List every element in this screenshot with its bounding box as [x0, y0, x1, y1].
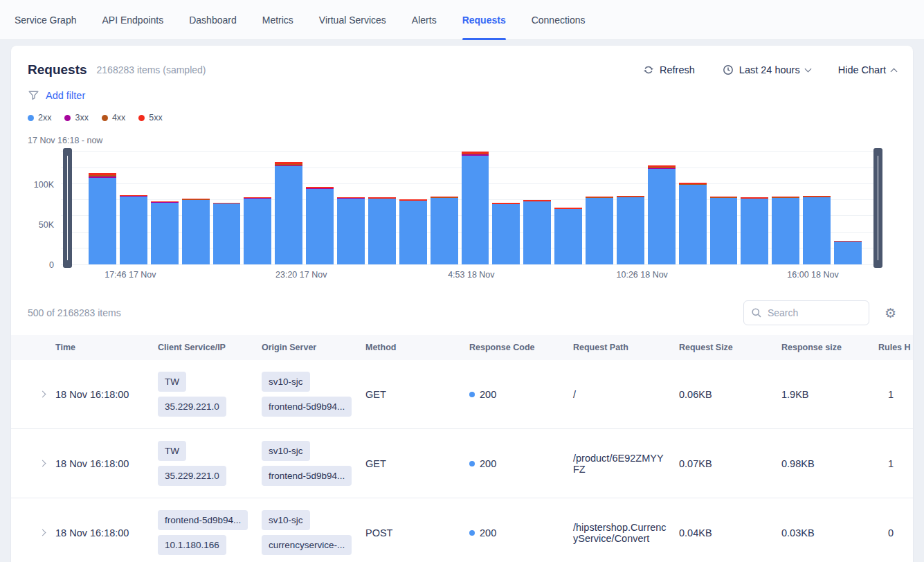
origin-server-badge: currencyservice-... [262, 535, 352, 555]
column-header-rules-h[interactable]: Rules H [878, 343, 913, 352]
nav-tab-service-graph[interactable]: Service Graph [15, 0, 76, 40]
chart-bar[interactable] [182, 199, 210, 264]
legend-item-5xx[interactable]: 5xx [138, 113, 162, 123]
refresh-icon [643, 64, 654, 75]
chart-bar[interactable] [306, 187, 334, 264]
chart-plot-area [61, 151, 878, 265]
column-header-time[interactable]: Time [55, 343, 158, 352]
cell-response-code: 200 [469, 389, 573, 400]
chart-bar[interactable] [834, 241, 862, 264]
chart-bar[interactable] [89, 173, 116, 264]
bar-segment-2xx [741, 199, 768, 264]
hide-chart-toggle[interactable]: Hide Chart [838, 64, 896, 75]
chart-bar[interactable] [275, 162, 302, 264]
row-expander[interactable] [11, 461, 55, 466]
cell-response-size: 1.9KB [781, 389, 878, 400]
chart-bar[interactable] [462, 152, 489, 264]
table-row[interactable]: 18 Nov 16:18:00TW35.229.221.0sv10-sjcfro… [11, 429, 913, 498]
nav-tab-connections[interactable]: Connections [532, 0, 586, 40]
legend-item-3xx[interactable]: 3xx [64, 113, 88, 123]
column-header-client-service-ip[interactable]: Client Service/IP [158, 343, 262, 352]
cell-client-service-ip: TW35.229.221.0 [158, 372, 262, 417]
nav-tab-dashboard[interactable]: Dashboard [189, 0, 237, 40]
refresh-button[interactable]: Refresh [643, 64, 695, 75]
y-axis: 050K100K [28, 151, 54, 265]
chart-bar[interactable] [679, 183, 707, 264]
bar-segment-2xx [368, 199, 396, 264]
nav-tab-api-endpoints[interactable]: API Endpoints [102, 0, 163, 40]
legend-dot [102, 115, 108, 121]
table-row[interactable]: 18 Nov 16:18:00frontend-5d9b94...10.1.18… [11, 498, 913, 562]
cell-response-size: 0.03KB [781, 527, 878, 538]
chart-bar[interactable] [399, 199, 427, 264]
filter-funnel-icon [28, 90, 39, 101]
legend-item-4xx[interactable]: 4xx [102, 113, 125, 123]
nav-tab-virtual-services[interactable]: Virtual Services [319, 0, 386, 40]
items-summary: 2168283 items (sampled) [97, 64, 206, 75]
time-range-select[interactable]: Last 24 hours [723, 64, 810, 75]
cell-request-path: /hipstershop.CurrencyService/Convert [573, 522, 679, 544]
table-row[interactable]: 18 Nov 16:18:00TW35.229.221.0sv10-sjcfro… [11, 360, 913, 429]
status-dot [469, 530, 475, 536]
chart-bar[interactable] [648, 165, 676, 264]
requests-chart: 050K100K 17:46 17 Nov23:20 17 Nov4:53 18… [28, 151, 896, 289]
bar-segment-2xx [431, 198, 458, 264]
row-expander[interactable] [11, 530, 55, 535]
cell-method: POST [365, 527, 469, 538]
column-header-response-size[interactable]: Response size [781, 343, 878, 352]
x-tick-label: 23:20 17 Nov [275, 270, 327, 280]
nav-tab-alerts[interactable]: Alerts [412, 0, 437, 40]
chart-bar[interactable] [368, 197, 396, 264]
chart-bar[interactable] [120, 195, 147, 264]
requests-table: TimeClient Service/IPOrigin ServerMethod… [11, 335, 913, 562]
chart-bar[interactable] [710, 197, 738, 264]
column-header-request-path[interactable]: Request Path [573, 343, 679, 352]
bar-segment-2xx [244, 199, 271, 264]
legend-label: 2xx [38, 113, 51, 123]
chart-bar[interactable] [741, 197, 768, 264]
bar-segment-2xx [337, 199, 365, 264]
nav-tab-requests[interactable]: Requests [462, 0, 506, 40]
add-filter-button[interactable]: Add filter [46, 90, 85, 101]
panel-header: Requests 2168283 items (sampled) Refresh [28, 46, 896, 78]
cell-request-size: 0.04KB [679, 527, 781, 538]
chart-bar[interactable] [337, 197, 365, 264]
chart-bar[interactable] [772, 197, 799, 264]
brush-handle-right[interactable] [873, 148, 882, 268]
chart-bar[interactable] [586, 197, 613, 264]
bar-segment-2xx [492, 204, 520, 264]
bar-segment-2xx [679, 185, 707, 264]
chart-bar[interactable] [523, 200, 551, 264]
chevron-down-icon [804, 66, 811, 73]
chart-bar[interactable] [431, 197, 458, 264]
column-header-origin-server[interactable]: Origin Server [262, 343, 365, 352]
chart-bar[interactable] [213, 203, 241, 264]
chart-legend: 2xx3xx4xx5xx [28, 113, 896, 123]
bar-segment-2xx [213, 203, 241, 264]
bar-segment-2xx [399, 201, 427, 264]
bar-segment-2xx [803, 197, 831, 264]
chart-bar[interactable] [617, 196, 644, 264]
cell-request-size: 0.06KB [679, 389, 781, 400]
legend-label: 3xx [75, 113, 88, 123]
nav-tab-metrics[interactable]: Metrics [262, 0, 293, 40]
bar-segment-2xx [462, 156, 489, 264]
chart-bar[interactable] [492, 203, 520, 264]
x-axis: 17:46 17 Nov23:20 17 Nov4:53 18 Nov10:26… [61, 270, 878, 284]
column-header-method[interactable]: Method [365, 343, 469, 352]
column-header-response-code[interactable]: Response Code [469, 343, 573, 352]
column-header-request-size[interactable]: Request Size [679, 343, 781, 352]
chart-bar[interactable] [803, 196, 831, 264]
chart-bar[interactable] [244, 197, 271, 264]
chart-bar[interactable] [151, 201, 179, 264]
requests-panel: Requests 2168283 items (sampled) Refresh [11, 46, 913, 562]
search-input[interactable] [768, 307, 862, 318]
brush-handle-left[interactable] [63, 148, 72, 268]
hide-chart-label: Hide Chart [838, 64, 886, 75]
legend-item-2xx[interactable]: 2xx [28, 113, 51, 123]
gear-icon[interactable]: ⚙ [885, 307, 896, 320]
chart-bar[interactable] [554, 208, 582, 264]
search-box[interactable] [743, 300, 869, 325]
row-expander[interactable] [11, 392, 55, 397]
chevron-right-icon [39, 460, 46, 467]
